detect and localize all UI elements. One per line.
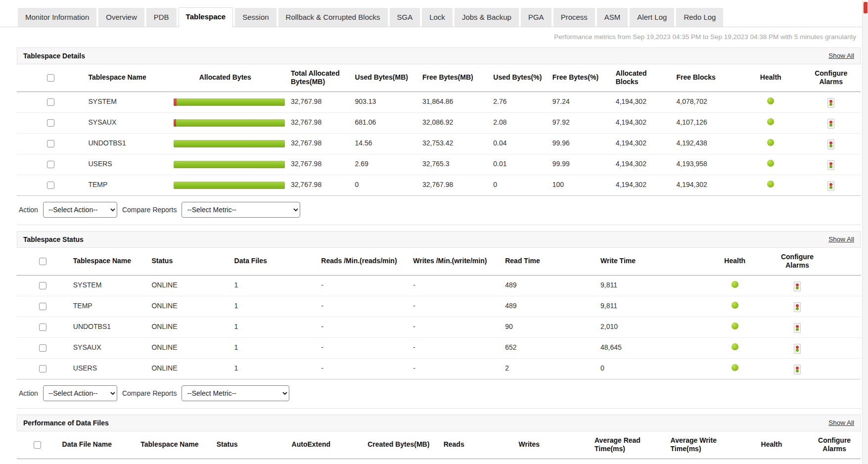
table-row: TEMP 32,767.98 0 32,767.98 0 100 4,194,3… (17, 175, 861, 195)
read-time: 652 (501, 337, 596, 358)
section-header: Tablespace Status Show All (17, 231, 861, 248)
health-status-icon (731, 364, 738, 371)
table-row: SYSAUX ONLINE 1 - - 652 48,645 (17, 337, 861, 358)
free-pct: 100 (548, 175, 612, 195)
row-checkbox[interactable] (47, 98, 54, 106)
configure-alarms-icon[interactable] (827, 139, 834, 149)
tablespace-name: USERS (84, 154, 163, 175)
usage-bar (174, 182, 285, 189)
compare-metric-select[interactable]: --Select Metric-- (182, 202, 300, 218)
row-checkbox[interactable] (39, 303, 46, 310)
free-blocks: 4,078,702 (672, 92, 739, 112)
row-checkbox[interactable] (47, 182, 54, 189)
tab[interactable]: Jobs & Backup (455, 8, 519, 27)
tablespace-name: SYSAUX (84, 112, 163, 133)
status: ONLINE (147, 337, 230, 358)
reads-per-min: - (317, 296, 409, 317)
section-title: Tablespace Status (23, 235, 84, 243)
col-status: Status (147, 248, 230, 276)
col-free-blocks: Free Blocks (672, 64, 739, 92)
tab[interactable]: ASM (597, 8, 628, 27)
data-files: 1 (230, 275, 318, 296)
free-blocks: 4,192,438 (672, 133, 739, 154)
select-all-checkbox[interactable] (34, 441, 41, 449)
select-all-checkbox[interactable] (39, 258, 46, 265)
usage-bar (174, 119, 285, 127)
tab[interactable]: Lock (422, 8, 453, 27)
col-total-allocated: Total Allocated Bytes(MB) (287, 64, 351, 92)
row-checkbox[interactable] (39, 344, 46, 352)
status: ONLINE (147, 275, 230, 296)
tab[interactable]: PDB (146, 8, 177, 27)
compare-metric-select[interactable]: --Select Metric-- (182, 385, 289, 401)
row-checkbox[interactable] (39, 282, 46, 289)
row-checkbox[interactable] (47, 119, 54, 127)
read-time: 489 (501, 275, 596, 296)
configure-alarms-icon[interactable] (794, 323, 801, 333)
col-reads: Reads (440, 431, 515, 459)
table-header-row: Tablespace Name Allocated Bytes Total Al… (17, 64, 861, 92)
configure-alarms-icon[interactable] (827, 119, 834, 129)
health-status-icon (767, 118, 774, 125)
writes-per-min: - (409, 296, 501, 317)
col-allocated-bytes: Allocated Bytes (164, 64, 287, 92)
tab[interactable]: Alert Log (630, 8, 674, 27)
used-pct: 0 (489, 175, 548, 195)
configure-alarms-icon[interactable] (827, 98, 834, 108)
allocated-blocks: 4,194,302 (612, 92, 673, 112)
tab[interactable]: Rollback & Corrupted Blocks (278, 8, 388, 27)
scrollbar-thumb[interactable] (864, 2, 868, 13)
row-checkbox[interactable] (39, 324, 46, 331)
section-title: Performance of Data Files (23, 419, 109, 427)
tablespace-name: TEMP (69, 296, 148, 317)
tab[interactable]: Overview (98, 8, 144, 27)
free-pct: 99.99 (548, 154, 612, 175)
configure-alarms-icon[interactable] (794, 344, 801, 354)
vertical-scrollbar[interactable] (862, 0, 868, 464)
configure-alarms-icon[interactable] (794, 302, 801, 312)
configure-alarms-icon[interactable] (794, 281, 801, 291)
data-files-table: Data File Name Tablespace Name Status Au… (17, 431, 861, 464)
free-blocks: 4,107,126 (672, 112, 739, 133)
health-status-icon (767, 97, 774, 104)
configure-alarms-icon[interactable] (827, 160, 834, 170)
reads-per-min: - (317, 358, 409, 379)
show-all-link[interactable]: Show All (828, 419, 854, 426)
show-all-link[interactable]: Show All (828, 52, 854, 59)
tab[interactable]: SGA (390, 8, 420, 27)
action-select[interactable]: --Select Action-- (43, 385, 117, 401)
tablespace-status-table: Tablespace Name Status Data Files Reads … (17, 248, 861, 379)
writes-per-min: - (409, 337, 501, 358)
row-checkbox[interactable] (39, 365, 46, 372)
used-pct: 2.76 (489, 92, 548, 112)
col-autoextend: AutoExtend (288, 431, 364, 459)
row-checkbox[interactable] (47, 161, 54, 168)
row-checkbox[interactable] (47, 140, 54, 147)
tablespace-details-table: Tablespace Name Allocated Bytes Total Al… (17, 64, 861, 196)
table-row: TEMP ONLINE 1 - - 489 9,811 (17, 296, 861, 317)
data-file-name: C:\APP\ADMINISTRATOR\ORADATA\ORCL\USERS0… (58, 459, 137, 464)
tab[interactable]: PGA (521, 8, 551, 27)
total-allocated-mb: 32,767.98 (287, 112, 351, 133)
configure-alarms-icon[interactable] (827, 181, 834, 191)
allocated-bytes-bar-cell (164, 154, 287, 175)
writes: 5 (515, 459, 591, 464)
tab[interactable]: Redo Log (676, 8, 723, 27)
writes-per-min: - (409, 275, 501, 296)
configure-alarms-icon[interactable] (794, 365, 801, 374)
tab[interactable]: Tablespace (179, 7, 233, 27)
action-select[interactable]: --Select Action-- (43, 202, 117, 218)
tab[interactable]: Monitor Information (18, 8, 96, 27)
tab[interactable]: Session (235, 8, 276, 27)
usage-bar (174, 140, 285, 147)
tab[interactable]: Process (553, 8, 595, 27)
show-all-link[interactable]: Show All (828, 235, 854, 243)
health-status-icon (767, 181, 774, 187)
free-pct: 99.96 (548, 133, 612, 154)
table-row: UNDOTBS1 32,767.98 14.56 32,753.42 0.04 … (17, 133, 861, 154)
select-all-checkbox[interactable] (47, 74, 54, 82)
section-title: Tablespace Details (23, 52, 85, 60)
data-files: 1 (230, 296, 318, 317)
allocated-bytes-bar-cell (164, 92, 287, 112)
free-mb: 32,753.42 (418, 133, 489, 154)
